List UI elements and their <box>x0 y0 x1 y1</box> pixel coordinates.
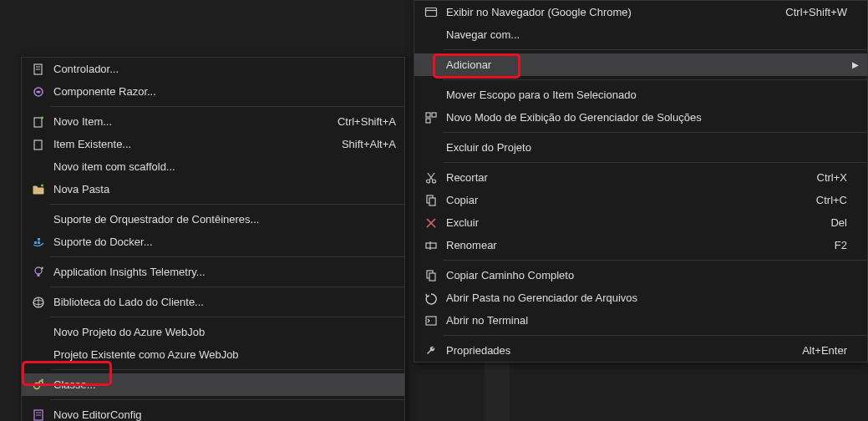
menu-separator <box>443 79 867 80</box>
menu-shortcut: Ctrl+C <box>803 194 847 206</box>
client-library-item[interactable]: Biblioteca do Lado do Cliente... <box>22 291 404 313</box>
copy-path-icon <box>419 269 443 282</box>
svg-rect-32 <box>38 274 40 276</box>
new-folder-item[interactable]: Nova Pasta <box>22 178 404 200</box>
new-item-icon <box>27 115 50 129</box>
razor-icon <box>27 85 50 99</box>
svg-rect-3 <box>432 113 436 117</box>
open-folder-icon <box>419 292 443 305</box>
new-item-item[interactable]: Novo Item... Ctrl+Shift+A <box>22 110 404 133</box>
editorconfig-icon <box>27 408 50 422</box>
browse-with-item[interactable]: Navegar com... <box>414 23 867 46</box>
menu-label: Recortar <box>443 171 804 184</box>
container-orchestrator-item[interactable]: Suporte de Orquestrador de Contêineres..… <box>22 208 404 231</box>
scope-to-this-item[interactable]: Mover Escopo para o Item Selecionado <box>414 84 867 106</box>
scaffold-item-item[interactable]: Novo item com scaffold... <box>22 155 404 178</box>
menu-shortcut: Ctrl+Shift+W <box>772 6 847 18</box>
menu-shortcut: Ctrl+X <box>804 171 847 184</box>
svg-rect-29 <box>38 241 40 244</box>
menu-label: Novo Projeto do Azure WebJob <box>50 326 396 338</box>
new-editorconfig-item[interactable]: Novo EditorConfig <box>22 403 404 421</box>
solution-view-icon <box>419 111 443 124</box>
menu-label: Suporte do Docker... <box>50 236 396 248</box>
menu-separator <box>443 132 867 133</box>
svg-rect-4 <box>426 119 430 123</box>
rename-item[interactable]: Renomear F2 <box>414 234 867 256</box>
copy-item[interactable]: Copiar Ctrl+C <box>414 189 867 211</box>
menu-separator <box>50 287 404 287</box>
menu-label: Classe... <box>50 378 396 391</box>
menu-label: Item Existente... <box>50 138 328 150</box>
menu-separator <box>443 335 867 336</box>
class-item[interactable]: Classe... <box>22 373 404 396</box>
menu-shortcut: Shift+Alt+A <box>328 138 396 150</box>
menu-separator <box>50 399 404 400</box>
existing-item-item[interactable]: Item Existente... Shift+Alt+A <box>22 133 404 155</box>
add-submenu-item[interactable]: Adicionar ▶ <box>414 53 867 76</box>
svg-point-38 <box>34 383 40 388</box>
menu-separator <box>443 260 867 261</box>
docker-icon <box>27 236 50 249</box>
menu-label: Novo Item... <box>50 115 324 128</box>
svg-point-5 <box>427 180 430 183</box>
properties-item[interactable]: Propriedades Alt+Enter <box>414 339 867 362</box>
menu-label: Copiar Caminho Completo <box>443 269 847 282</box>
menu-separator <box>50 369 404 370</box>
svg-point-31 <box>35 267 42 274</box>
svg-rect-2 <box>426 113 430 117</box>
svg-point-6 <box>433 180 436 183</box>
exclude-from-project-item[interactable]: Excluir do Projeto <box>414 136 867 159</box>
menu-label: Controlador... <box>50 63 396 75</box>
menu-separator <box>50 106 404 107</box>
menu-label: Biblioteca do Lado do Cliente... <box>50 296 396 308</box>
menu-shortcut: Del <box>817 216 847 229</box>
svg-rect-13 <box>426 243 436 248</box>
copy-full-path-item[interactable]: Copiar Caminho Completo <box>414 264 867 287</box>
delete-icon <box>419 216 443 230</box>
new-solution-view-item[interactable]: Novo Modo de Exibição do Gerenciador de … <box>414 106 867 129</box>
svg-rect-10 <box>429 198 435 205</box>
new-azure-webjob-item[interactable]: Novo Projeto do Azure WebJob <box>22 321 404 343</box>
svg-rect-17 <box>426 317 436 325</box>
menu-label: Exibir no Navegador (Google Chrome) <box>443 6 772 18</box>
svg-rect-16 <box>429 273 435 281</box>
svg-rect-28 <box>34 241 37 244</box>
new-folder-icon <box>27 183 50 196</box>
menu-label: Novo EditorConfig <box>50 408 396 421</box>
razor-component-item[interactable]: Componente Razor... <box>22 80 404 103</box>
svg-rect-25 <box>34 140 42 150</box>
delete-item[interactable]: Excluir Del <box>414 211 867 234</box>
menu-label: Copiar <box>443 194 803 206</box>
controller-icon <box>27 63 50 76</box>
docker-support-item[interactable]: Suporte do Docker... <box>22 231 404 253</box>
menu-label: Projeto Existente como Azure WebJob <box>50 348 396 361</box>
client-library-icon <box>27 296 50 309</box>
menu-label: Novo item com scaffold... <box>50 160 396 173</box>
menu-label: Suporte de Orquestrador de Contêineres..… <box>50 213 396 226</box>
open-in-file-explorer-item[interactable]: Abrir Pasta no Gerenciador de Arquivos <box>414 287 867 309</box>
svg-rect-0 <box>426 8 437 16</box>
menu-label: Adicionar <box>443 58 847 71</box>
menu-label: Abrir Pasta no Gerenciador de Arquivos <box>443 292 847 304</box>
menu-label: Application Insights Telemetry... <box>50 266 396 278</box>
menu-separator <box>50 204 404 205</box>
main-context-menu: Exibir no Navegador (Google Chrome) Ctrl… <box>414 0 868 363</box>
open-in-terminal-item[interactable]: Abrir no Terminal <box>414 309 867 332</box>
menu-label: Novo Modo de Exibição do Gerenciador de … <box>443 111 847 124</box>
menu-label: Excluir <box>443 216 817 229</box>
svg-rect-30 <box>38 238 40 241</box>
menu-label: Nova Pasta <box>50 183 396 195</box>
svg-point-39 <box>39 381 43 384</box>
submenu-arrow-icon: ▶ <box>847 60 859 69</box>
svg-rect-22 <box>34 118 42 127</box>
wrench-icon <box>419 344 443 358</box>
cut-item[interactable]: Recortar Ctrl+X <box>414 166 867 189</box>
add-submenu: Controlador... Componente Razor... Novo … <box>21 57 405 421</box>
view-in-browser-item[interactable]: Exibir no Navegador (Google Chrome) Ctrl… <box>414 1 867 23</box>
menu-shortcut: Ctrl+Shift+A <box>324 115 396 128</box>
menu-label: Componente Razor... <box>50 85 396 98</box>
existing-azure-webjob-item[interactable]: Projeto Existente como Azure WebJob <box>22 343 404 366</box>
app-insights-item[interactable]: Application Insights Telemetry... <box>22 261 404 283</box>
menu-separator <box>443 49 867 50</box>
controller-item[interactable]: Controlador... <box>22 58 404 80</box>
